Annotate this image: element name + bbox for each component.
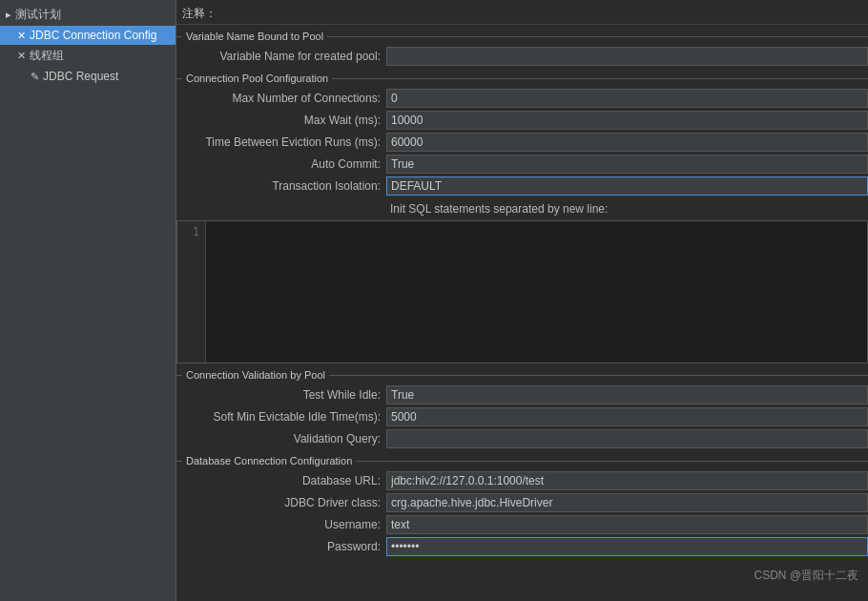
- max-connections-input[interactable]: [386, 89, 868, 108]
- variable-name-input[interactable]: [386, 47, 868, 66]
- password-row: Password:: [176, 536, 868, 557]
- max-wait-label: Max Wait (ms):: [176, 114, 386, 127]
- max-connections-label: Max Number of Connections:: [176, 92, 386, 105]
- soft-min-evictable-label: Soft Min Evictable Idle Time(ms):: [176, 410, 386, 424]
- password-input[interactable]: [386, 537, 868, 556]
- validation-query-input[interactable]: [386, 429, 868, 448]
- sidebar-label-test-plan: 测试计划: [15, 7, 61, 23]
- transaction-isolation-input[interactable]: [386, 176, 868, 196]
- database-url-row: Database URL:: [176, 470, 868, 491]
- sidebar-label-thread-group: 线程组: [30, 48, 64, 64]
- sidebar-item-jdbc-config[interactable]: ✕ JDBC Connection Config: [0, 26, 176, 45]
- section-database-connection: Database Connection Configuration: [176, 453, 868, 468]
- sql-line-numbers: 1: [177, 221, 206, 363]
- username-row: Username:: [176, 514, 868, 535]
- close-icon-thread: ✕: [17, 50, 26, 62]
- max-wait-row: Max Wait (ms):: [176, 110, 868, 131]
- sql-label-row: Init SQL statements separated by new lin…: [176, 198, 868, 219]
- sidebar-label-jdbc-request: JDBC Request: [43, 70, 118, 83]
- eviction-runs-label: Time Between Eviction Runs (ms):: [176, 135, 386, 149]
- section-variable-name: Variable Name Bound to Pool: [176, 29, 868, 44]
- edit-icon: ✎: [31, 71, 39, 83]
- sidebar: ▸ 测试计划 ✕ JDBC Connection Config ✕ 线程组 ✎ …: [0, 0, 176, 601]
- username-label: Username:: [176, 518, 386, 531]
- variable-name-label: Variable Name for created pool:: [176, 50, 386, 63]
- eviction-runs-row: Time Between Eviction Runs (ms):: [176, 132, 868, 153]
- sidebar-item-test-plan[interactable]: ▸ 测试计划: [0, 4, 176, 26]
- max-connections-row: Max Number of Connections:: [176, 88, 868, 109]
- database-url-input[interactable]: [386, 471, 868, 490]
- test-while-idle-label: Test While Idle:: [176, 388, 386, 402]
- validation-query-row: Validation Query:: [176, 428, 868, 449]
- sidebar-item-jdbc-request[interactable]: ✎ JDBC Request: [0, 67, 176, 86]
- main-panel: 注释： Variable Name Bound to Pool Variable…: [176, 0, 868, 601]
- sidebar-label-jdbc-config: JDBC Connection Config: [30, 29, 156, 42]
- soft-min-evictable-row: Soft Min Evictable Idle Time(ms):: [176, 406, 868, 427]
- jdbc-driver-row: JDBC Driver class:: [176, 492, 868, 513]
- expand-icon: ▸: [6, 9, 11, 21]
- top-label: 注释：: [182, 7, 217, 20]
- auto-commit-row: Auto Commit:: [176, 154, 868, 175]
- soft-min-evictable-input[interactable]: [386, 407, 868, 426]
- test-while-idle-row: Test While Idle:: [176, 384, 868, 405]
- auto-commit-input[interactable]: [386, 155, 868, 174]
- password-label: Password:: [176, 540, 386, 553]
- section-connection-pool: Connection Pool Configuration: [176, 71, 868, 86]
- transaction-isolation-row: Transaction Isolation:: [176, 176, 868, 197]
- sql-section-label: Init SQL statements separated by new lin…: [386, 200, 868, 218]
- max-wait-input[interactable]: [386, 111, 868, 130]
- section-connection-validation: Connection Validation by Pool: [176, 367, 868, 383]
- database-url-label: Database URL:: [176, 474, 386, 487]
- eviction-runs-input[interactable]: [386, 133, 868, 152]
- auto-commit-label: Auto Commit:: [176, 157, 386, 171]
- sidebar-item-thread-group[interactable]: ✕ 线程组: [0, 45, 176, 67]
- top-bar: 注释：: [176, 4, 868, 25]
- test-while-idle-input[interactable]: [386, 385, 868, 404]
- jdbc-driver-input[interactable]: [386, 493, 868, 512]
- transaction-isolation-label: Transaction Isolation:: [176, 179, 386, 193]
- sql-editor-container: Init SQL statements separated by new lin…: [176, 198, 868, 363]
- close-icon-jdbc: ✕: [17, 30, 26, 42]
- jdbc-driver-label: JDBC Driver class:: [176, 496, 386, 509]
- sql-editor: 1: [176, 220, 868, 363]
- variable-name-row: Variable Name for created pool:: [176, 46, 868, 67]
- username-input[interactable]: [386, 515, 868, 534]
- validation-query-label: Validation Query:: [176, 432, 386, 446]
- sql-editor-textarea[interactable]: [206, 221, 867, 363]
